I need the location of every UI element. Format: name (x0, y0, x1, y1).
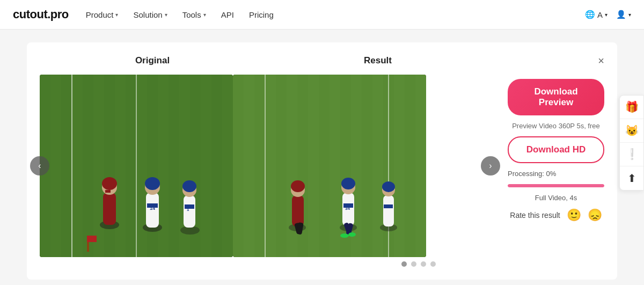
svg-point-20 (182, 180, 196, 192)
language-selector[interactable]: 🌐 A ▾ (585, 10, 608, 19)
dot-3[interactable] (421, 261, 426, 267)
dot-indicators (233, 261, 604, 267)
nav-pricing[interactable]: Pricing (249, 10, 274, 19)
main-content: Original Result × (0, 30, 644, 285)
close-button[interactable]: × (598, 55, 604, 66)
progress-bar (508, 184, 604, 187)
nav-product[interactable]: Product ▾ (86, 10, 119, 19)
chevron-down-icon: ▾ (115, 12, 118, 18)
dot-1[interactable] (401, 261, 407, 267)
dot-4[interactable] (430, 261, 436, 267)
svg-point-49 (382, 181, 395, 192)
user-menu[interactable]: 👤 ▾ (616, 10, 631, 19)
chevron-down-icon: ▾ (605, 12, 608, 18)
notification-icon: ❕ (625, 148, 639, 160)
processing-label: Processing: 0% (508, 170, 604, 178)
side-panel: 🎁 😺 ❕ ⬆ (619, 95, 644, 191)
user-icon: 👤 (616, 10, 626, 19)
svg-rect-8 (105, 190, 111, 193)
card-header: Original Result × (40, 55, 604, 66)
translate-icon: 🌐 (585, 10, 595, 19)
chevron-down-icon: ▾ (628, 12, 631, 18)
columns-header: Original Result (40, 55, 491, 66)
nav-right: 🌐 A ▾ 👤 ▾ (585, 10, 631, 19)
svg-rect-17 (184, 195, 195, 228)
svg-text:1: 1 (187, 207, 189, 212)
next-button[interactable]: › (481, 156, 500, 176)
avatar-icon: 😺 (625, 124, 639, 137)
rate-row: Rate this result 🙂 😞 (508, 208, 604, 222)
avatar-button[interactable]: 😺 (620, 119, 643, 143)
result-video-panel: 34 NFL (233, 75, 426, 257)
chevron-down-icon: ▾ (165, 12, 167, 18)
svg-rect-28 (233, 75, 426, 257)
svg-point-51 (348, 232, 356, 237)
nav-tools[interactable]: Tools ▾ (182, 10, 206, 19)
preview-subtitle: Preview Video 360P 5s, free (508, 122, 604, 130)
progress-bar-fill (508, 184, 604, 187)
svg-rect-18 (185, 204, 194, 209)
gift-icon: 🎁 (625, 100, 639, 113)
nav-api[interactable]: API (221, 10, 234, 19)
thumbs-up-icon[interactable]: 🙂 (567, 208, 581, 222)
svg-text:14: 14 (150, 206, 155, 211)
download-hd-button[interactable]: Download HD (508, 136, 604, 163)
svg-point-9 (102, 177, 117, 190)
svg-point-50 (340, 233, 349, 238)
svg-point-34 (291, 180, 305, 192)
svg-point-14 (145, 177, 160, 190)
upload-button[interactable]: ⬆ (620, 166, 643, 190)
chevron-down-icon: ▾ (203, 12, 206, 18)
svg-rect-6 (103, 193, 116, 225)
gift-button[interactable]: 🎁 (620, 96, 643, 119)
svg-point-41 (341, 178, 355, 189)
nav-links: Product ▾ Solution ▾ Tools ▾ API Pricing (86, 10, 568, 19)
svg-rect-32 (292, 195, 304, 226)
navbar: cutout.pro Product ▾ Solution ▾ Tools ▾ … (0, 0, 644, 30)
result-card: Original Result × (27, 42, 617, 280)
nav-solution[interactable]: Solution ▾ (133, 10, 167, 19)
svg-rect-46 (383, 195, 394, 226)
notification-button[interactable]: ❕ (620, 143, 643, 166)
logo[interactable]: cutout.pro (13, 8, 69, 21)
svg-rect-47 (384, 204, 393, 208)
result-label: Result (265, 55, 491, 66)
svg-rect-23 (87, 236, 97, 242)
upload-icon: ⬆ (627, 172, 636, 185)
video-panels: 14 1 NFL (40, 75, 491, 257)
card-body: 14 1 NFL (40, 75, 604, 257)
right-panel: Download Preview Preview Video 360P 5s, … (491, 75, 604, 257)
original-label: Original (40, 55, 265, 66)
lang-label: A (597, 10, 603, 19)
dot-2[interactable] (411, 261, 416, 267)
prev-button[interactable]: ‹ (30, 156, 49, 176)
rate-label: Rate this result (510, 211, 560, 220)
download-preview-button[interactable]: Download Preview (508, 79, 604, 115)
original-video-panel: 14 1 NFL (40, 75, 233, 257)
full-video-label: Full Video, 4s (508, 194, 604, 202)
thumbs-down-icon[interactable]: 😞 (588, 208, 602, 222)
svg-text:34: 34 (345, 206, 350, 211)
